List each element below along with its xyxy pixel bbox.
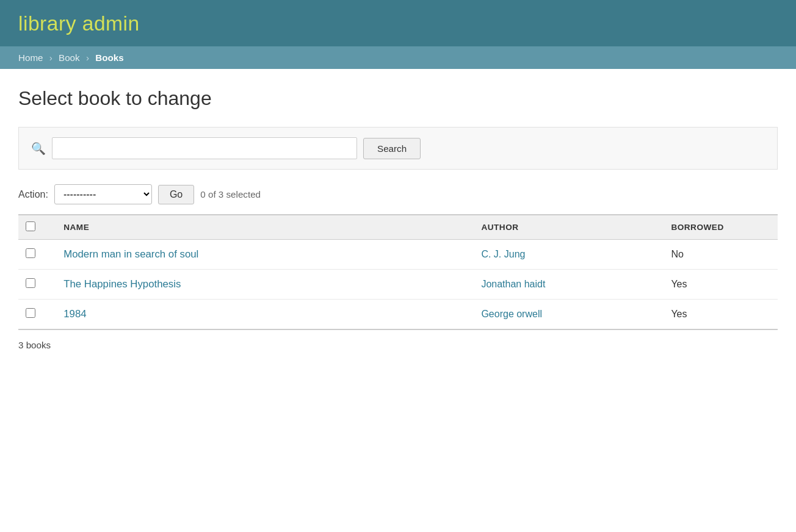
breadcrumb-book[interactable]: Book: [59, 52, 80, 63]
header: library admin: [0, 0, 796, 46]
row-checkbox-cell: [18, 240, 56, 270]
row-author-cell: Jonathan haidt: [474, 270, 664, 300]
author-link[interactable]: George orwell: [481, 309, 542, 319]
search-section: 🔍 Search: [18, 127, 778, 170]
selection-count: 0 of 3 selected: [200, 189, 261, 200]
books-count: 3 books: [18, 340, 778, 350]
row-author-cell: C. J. Jung: [474, 240, 664, 270]
row-name-cell: The Happines Hypothesis: [56, 270, 474, 300]
search-button[interactable]: Search: [363, 138, 421, 159]
header-author-col: AUTHOR: [474, 215, 664, 240]
author-link[interactable]: Jonathan haidt: [481, 279, 545, 289]
row-borrowed-cell: Yes: [664, 270, 778, 300]
row-checkbox[interactable]: [26, 278, 35, 288]
table-header-row: NAME AUTHOR BORROWED: [18, 215, 778, 240]
table-row: Modern man in search of soulC. J. JungNo: [18, 240, 778, 270]
header-checkbox-col: [18, 215, 56, 240]
go-button[interactable]: Go: [158, 185, 194, 204]
row-checkbox[interactable]: [26, 248, 35, 258]
page-title: Select book to change: [18, 87, 778, 110]
app-title: library admin: [18, 12, 778, 35]
select-all-checkbox[interactable]: [26, 221, 35, 231]
row-borrowed-cell: Yes: [664, 300, 778, 330]
action-select[interactable]: ----------: [54, 184, 152, 204]
table-row: The Happines HypothesisJonathan haidtYes: [18, 270, 778, 300]
search-icon: 🔍: [31, 142, 46, 156]
breadcrumb-sep-2: ›: [86, 52, 89, 63]
book-name-link[interactable]: Modern man in search of soul: [63, 248, 198, 260]
action-label: Action:: [18, 189, 48, 200]
row-author-cell: George orwell: [474, 300, 664, 330]
header-name-col: NAME: [56, 215, 474, 240]
row-name-cell: 1984: [56, 300, 474, 330]
main-content: Select book to change 🔍 Search Action: -…: [0, 69, 796, 368]
header-borrowed-col: BORROWED: [664, 215, 778, 240]
breadcrumb-current: Books: [95, 52, 123, 63]
borrowed-value: Yes: [671, 279, 687, 289]
borrowed-value: Yes: [671, 309, 687, 319]
row-checkbox[interactable]: [26, 308, 35, 318]
borrowed-value: No: [671, 249, 683, 259]
row-checkbox-cell: [18, 270, 56, 300]
search-input[interactable]: [52, 137, 357, 159]
table-row: 1984George orwellYes: [18, 300, 778, 330]
row-checkbox-cell: [18, 300, 56, 330]
book-name-link[interactable]: 1984: [63, 308, 86, 320]
row-name-cell: Modern man in search of soul: [56, 240, 474, 270]
breadcrumb-bar: Home › Book › Books: [0, 46, 796, 69]
breadcrumb-sep-1: ›: [49, 52, 52, 63]
books-table: NAME AUTHOR BORROWED Modern man in searc…: [18, 214, 778, 330]
row-borrowed-cell: No: [664, 240, 778, 270]
action-bar: Action: ---------- Go 0 of 3 selected: [18, 184, 778, 204]
book-name-link[interactable]: The Happines Hypothesis: [63, 278, 181, 290]
books-tbody: Modern man in search of soulC. J. JungNo…: [18, 240, 778, 330]
breadcrumb-home[interactable]: Home: [18, 52, 43, 63]
author-link[interactable]: C. J. Jung: [481, 249, 525, 259]
